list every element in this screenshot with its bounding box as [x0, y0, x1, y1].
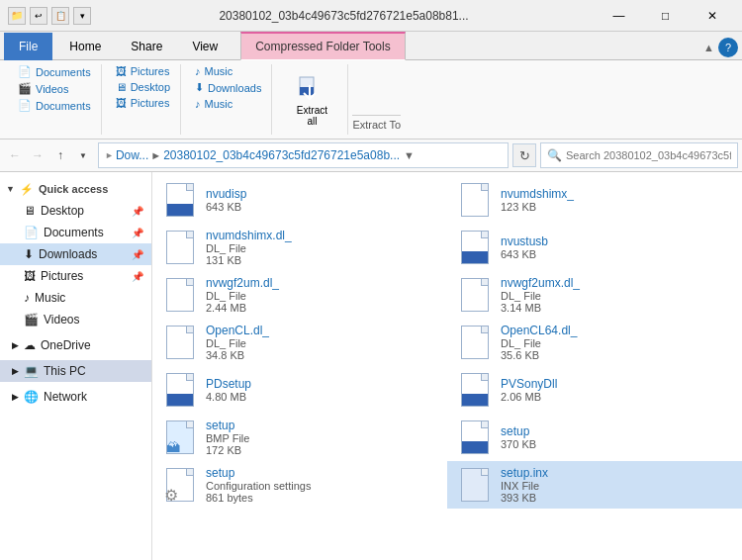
desktop-folder-icon: 🖥: [24, 204, 36, 218]
sidebar-item-desktop[interactable]: 🖥 Desktop 📌: [0, 200, 151, 222]
file-item-pdsetup[interactable]: PDsetup 4.80 MB: [152, 366, 447, 414]
nav-link-documents1[interactable]: 📄 Documents: [16, 64, 93, 79]
up-button[interactable]: ↑: [49, 144, 71, 166]
file-item-nvwgf2um[interactable]: nvwgf2um.dl_ DL_ File 2.44 MB: [152, 271, 447, 319]
file-size-nvustusb: 643 KB: [501, 248, 548, 260]
extract-to-label: Extract To: [352, 115, 401, 131]
file-item-pvsonydll[interactable]: PVSonyDll 2.06 MB: [447, 366, 742, 414]
file-item-opencl[interactable]: OpenCL.dl_ DL_ File 34.8 KB: [152, 319, 447, 366]
nav-links-col2: 🖼 Pictures 🖥 Desktop 🖼 Pictures: [114, 64, 172, 110]
nav-link-music1[interactable]: ♪ Music: [193, 64, 263, 78]
file-name-pdsetup[interactable]: PDsetup: [206, 377, 251, 391]
ribbon-content: 📄 Documents 🎬 Videos 📄 Documents 🖼 Pictu…: [0, 60, 742, 140]
tab-share[interactable]: Share: [116, 33, 177, 60]
file-name-nvwgf2um[interactable]: nvwgf2um.dl_: [206, 276, 279, 290]
path-dropdown[interactable]: ▼: [404, 149, 415, 161]
minimize-button[interactable]: —: [597, 1, 641, 31]
close-button[interactable]: ✕: [690, 1, 734, 31]
file-name-setup-exe[interactable]: setup: [501, 424, 536, 438]
file-item-setup-exe[interactable]: setup 370 KB: [447, 414, 742, 461]
quick-access-toolbar[interactable]: 📁: [8, 7, 26, 25]
maximize-button[interactable]: □: [643, 1, 688, 31]
help-button[interactable]: ?: [718, 38, 738, 57]
sidebar-section-thispc: ▶ 💻 This PC: [0, 358, 151, 384]
nav-link-videos[interactable]: 🎬 Videos: [16, 81, 93, 96]
dropdown-recent[interactable]: ▼: [72, 144, 94, 166]
file-item-nvumdshimx[interactable]: nvumdshimx_ 123 KB: [447, 176, 742, 224]
extract-all-button[interactable]: Extract all: [292, 71, 331, 129]
file-info-setup-bmp: setup BMP File 172 KB: [206, 419, 249, 456]
file-item-nvwgf2umx[interactable]: nvwgf2umx.dl_ DL_ File 3.14 MB: [447, 271, 742, 319]
sidebar-item-onedrive[interactable]: ▶ ☁ OneDrive: [0, 334, 151, 356]
file-name-nvustusb[interactable]: nvustusb: [501, 234, 548, 248]
file-thumbnail-nvwgf2umx: [455, 275, 495, 315]
nav-link-pictures1[interactable]: 🖼 Pictures: [114, 64, 172, 78]
file-name-nvwgf2umx[interactable]: nvwgf2umx.dl_: [501, 276, 580, 290]
sidebar-item-downloads[interactable]: ⬇ Downloads 📌: [0, 243, 151, 265]
file-name-nvumdshimxdl[interactable]: nvumdshimx.dl_: [206, 229, 292, 242]
file-name-opencl64[interactable]: OpenCL64.dl_: [501, 324, 577, 337]
file-thumbnail-nvumdshimxdl: [160, 228, 200, 267]
tab-extract[interactable]: Compressed Folder Tools: [240, 32, 406, 60]
pictures-icon1: 🖼: [116, 65, 127, 77]
sidebar-downloads-label: Downloads: [39, 247, 97, 261]
file-info-nvwgf2umx: nvwgf2umx.dl_ DL_ File 3.14 MB: [501, 276, 580, 314]
file-size-nvwgf2um: 2.44 MB: [206, 302, 279, 314]
nav-link-documents2[interactable]: 📄 Documents: [16, 98, 93, 113]
search-box: 🔍: [540, 142, 738, 168]
path-arrow-left: ►: [105, 150, 114, 160]
more-btn[interactable]: ▾: [73, 7, 91, 25]
file-name-pvsonydll[interactable]: PVSonyDll: [501, 377, 557, 391]
file-item-opencl64[interactable]: OpenCL64.dl_ DL_ File 35.6 KB: [447, 319, 742, 366]
window-controls: — □ ✕: [597, 1, 734, 31]
address-path[interactable]: ► Dow... ► 20380102_03b4c49673c5fd276721…: [98, 142, 509, 168]
nav-link-desktop[interactable]: 🖥 Desktop: [114, 80, 172, 94]
sidebar-item-network[interactable]: ▶ 🌐 Network: [0, 386, 151, 408]
tab-home[interactable]: Home: [54, 33, 116, 60]
file-item-setup-bmp[interactable]: 🏔 setup BMP File 172 KB: [152, 414, 447, 461]
file-size-pvsonydll: 2.06 MB: [501, 391, 557, 403]
file-type-setup-bmp: BMP File: [206, 432, 249, 444]
back-button[interactable]: ←: [4, 144, 26, 166]
file-thumbnail-nvustusb: [455, 228, 495, 267]
forward-button[interactable]: →: [27, 144, 48, 166]
file-name-opencl[interactable]: OpenCL.dl_: [206, 324, 269, 337]
file-item-setup-cfg[interactable]: ⚙ setup Configuration settings 861 bytes: [152, 461, 447, 509]
file-item-nvustusb[interactable]: nvustusb 643 KB: [447, 224, 742, 271]
undo-btn[interactable]: ↩: [30, 7, 47, 25]
nav-link-music2[interactable]: ♪ Music: [193, 97, 263, 111]
refresh-button[interactable]: ↻: [512, 143, 536, 167]
file-size-setup-exe: 370 KB: [501, 438, 536, 450]
path-part-2[interactable]: 20380102_03b4c49673c5fd276721e5a08b...: [163, 148, 400, 162]
file-item-setup-inx[interactable]: setup.inx INX File 393 KB: [447, 461, 742, 509]
file-name-setup-inx[interactable]: setup.inx: [501, 466, 548, 480]
sidebar-item-music[interactable]: ♪ Music: [0, 287, 151, 309]
desktop-icon: 🖥: [116, 81, 127, 93]
path-part-1[interactable]: Dow...: [116, 148, 148, 162]
sidebar-item-pictures[interactable]: 🖼 Pictures 📌: [0, 265, 151, 287]
video-icon: 🎬: [18, 82, 32, 95]
file-item-nvudisp[interactable]: nvudisp 643 KB: [152, 176, 447, 224]
quick-access-icon: ⚡: [20, 183, 34, 196]
sidebar-item-videos[interactable]: 🎬 Videos: [0, 309, 151, 330]
nav-link-pictures2[interactable]: 🖼 Pictures: [114, 96, 172, 110]
tab-file[interactable]: File: [4, 33, 52, 60]
extract-all-label: Extract all: [297, 105, 327, 127]
nav-link-downloads[interactable]: ⬇ Downloads: [193, 80, 263, 95]
sidebar-quick-access-header: ▼ ⚡ Quick access: [0, 178, 151, 200]
file-name-setup-cfg[interactable]: setup: [206, 466, 311, 480]
file-name-setup-bmp[interactable]: setup: [206, 419, 249, 432]
file-info-pvsonydll: PVSonyDll 2.06 MB: [501, 377, 557, 403]
file-name-nvudisp[interactable]: nvudisp: [206, 187, 246, 201]
ribbon-collapse-btn[interactable]: ▲: [703, 42, 714, 53]
search-input[interactable]: [566, 149, 731, 161]
tab-view[interactable]: View: [177, 33, 232, 60]
file-info-nvumdshimxdl: nvumdshimx.dl_ DL_ File 131 KB: [206, 229, 292, 266]
sidebar-item-documents[interactable]: 📄 Documents 📌: [0, 222, 151, 243]
file-name-nvumdshimx[interactable]: nvumdshimx_: [501, 187, 574, 201]
properties-btn[interactable]: 📋: [51, 7, 69, 25]
sidebar-item-label: Quick access: [39, 183, 108, 195]
file-item-nvumdshimxdl[interactable]: nvumdshimx.dl_ DL_ File 131 KB: [152, 224, 447, 271]
file-info-setup-inx: setup.inx INX File 393 KB: [501, 466, 548, 504]
sidebar-item-thispc[interactable]: ▶ 💻 This PC: [0, 360, 151, 382]
